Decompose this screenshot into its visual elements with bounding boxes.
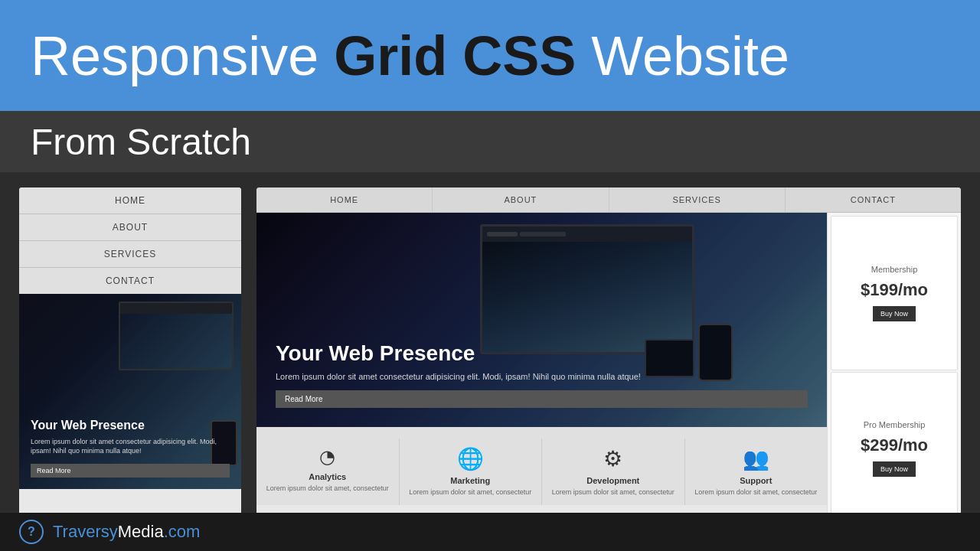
mobile-hero-text: Lorem ipsum dolor sit amet consectetur a…	[31, 437, 230, 456]
marketing-title: Marketing	[406, 476, 536, 485]
analytics-icon: ◔	[263, 446, 393, 468]
desktop-preview: HOME ABOUT SERVICES CONTACT	[256, 187, 961, 536]
service-analytics: ◔ Analytics Lorem ipsum dolor sit amet, …	[256, 439, 400, 505]
top-banner: Responsive Grid CSS Website	[0, 0, 980, 111]
title-start: Responsive	[31, 25, 334, 86]
analytics-text: Lorem ipsum dolor sit amet, consectetur	[263, 484, 393, 494]
marketing-icon: 🌐	[406, 446, 536, 471]
desktop-main: Your Web Presence Lorem ipsum dolor sit …	[256, 213, 827, 529]
service-support: 👥 Support Lorem ipsum dolor sit amet, co…	[685, 439, 828, 505]
main-title: Responsive Grid CSS Website	[31, 28, 789, 83]
membership-price: $199/mo	[839, 280, 949, 300]
desktop-services: ◔ Analytics Lorem ipsum dolor sit amet, …	[256, 427, 827, 505]
desktop-read-more-button[interactable]: Read More	[276, 390, 808, 408]
mobile-nav-services[interactable]: SERVICES	[19, 241, 241, 268]
title-end: Website	[576, 25, 789, 86]
support-title: Support	[691, 476, 822, 485]
mobile-nav-home[interactable]: HOME	[19, 187, 241, 214]
development-icon: ⚙	[548, 446, 678, 471]
service-marketing: 🌐 Marketing Lorem ipsum dolor sit amet, …	[400, 439, 543, 505]
logo-white-text: Media	[118, 522, 164, 541]
desktop-nav-contact[interactable]: CONTACT	[786, 187, 961, 212]
desktop-sidebar: Membership $199/mo Buy Now Pro Membershi…	[827, 213, 961, 529]
desktop-body: Your Web Presence Lorem ipsum dolor sit …	[256, 213, 961, 529]
pro-membership-buy-button[interactable]: Buy Now	[873, 461, 916, 477]
support-text: Lorem ipsum dolor sit amet, consectetur	[691, 488, 822, 497]
logo-domain: .com	[164, 522, 201, 541]
logo-icon: ?	[19, 520, 44, 544]
mobile-nav-about[interactable]: ABOUT	[19, 214, 241, 241]
title-highlight: Grid CSS	[334, 25, 576, 86]
sidebar-pro-membership-card: Pro Membership $299/mo Buy Now	[831, 372, 958, 527]
logo-symbol: ?	[28, 525, 35, 539]
logo-text: TraversyMedia.com	[53, 522, 200, 542]
analytics-title: Analytics	[263, 472, 393, 481]
desktop-hero-text: Lorem ipsum dolor sit amet consectetur a…	[276, 372, 808, 381]
mobile-preview: HOME ABOUT SERVICES CONTACT Your Web Pre…	[19, 187, 241, 536]
support-icon: 👥	[691, 446, 822, 471]
mobile-hero-overlay: Your Web Presence Lorem ipsum dolor sit …	[19, 294, 241, 489]
service-development: ⚙ Development Lorem ipsum dolor sit amet…	[542, 439, 685, 505]
desktop-hero-overlay: Your Web Presence Lorem ipsum dolor sit …	[256, 213, 827, 427]
desktop-nav-home[interactable]: HOME	[256, 187, 433, 212]
logo-blue-text: Traversy	[53, 522, 118, 541]
desktop-hero: Your Web Presence Lorem ipsum dolor sit …	[256, 213, 827, 427]
bottom-bar: ? TraversyMedia.com	[0, 513, 980, 551]
desktop-nav-about[interactable]: ABOUT	[433, 187, 609, 212]
sidebar-membership-card: Membership $199/mo Buy Now	[831, 216, 958, 370]
desktop-nav: HOME ABOUT SERVICES CONTACT	[256, 187, 961, 213]
pro-membership-price: $299/mo	[839, 435, 949, 455]
mobile-read-more-button[interactable]: Read More	[31, 464, 230, 478]
pro-membership-title: Pro Membership	[839, 420, 949, 429]
desktop-nav-services[interactable]: SERVICES	[609, 187, 786, 212]
main-content: HOME ABOUT SERVICES CONTACT Your Web Pre…	[0, 172, 980, 551]
sub-title: From Scratch	[31, 121, 251, 163]
membership-buy-button[interactable]: Buy Now	[873, 306, 916, 321]
mobile-nav-contact[interactable]: CONTACT	[19, 268, 241, 294]
mobile-hero-title: Your Web Presence	[31, 419, 230, 432]
development-text: Lorem ipsum dolor sit amet, consectetur	[548, 488, 678, 497]
membership-title: Membership	[839, 265, 949, 274]
mobile-hero: Your Web Presence Lorem ipsum dolor sit …	[19, 294, 241, 489]
desktop-hero-title: Your Web Presence	[276, 341, 808, 366]
marketing-text: Lorem ipsum dolor sit amet, consectetur	[406, 488, 536, 497]
development-title: Development	[548, 476, 678, 485]
mobile-nav: HOME ABOUT SERVICES CONTACT	[19, 187, 241, 294]
sub-banner: From Scratch	[0, 111, 980, 172]
